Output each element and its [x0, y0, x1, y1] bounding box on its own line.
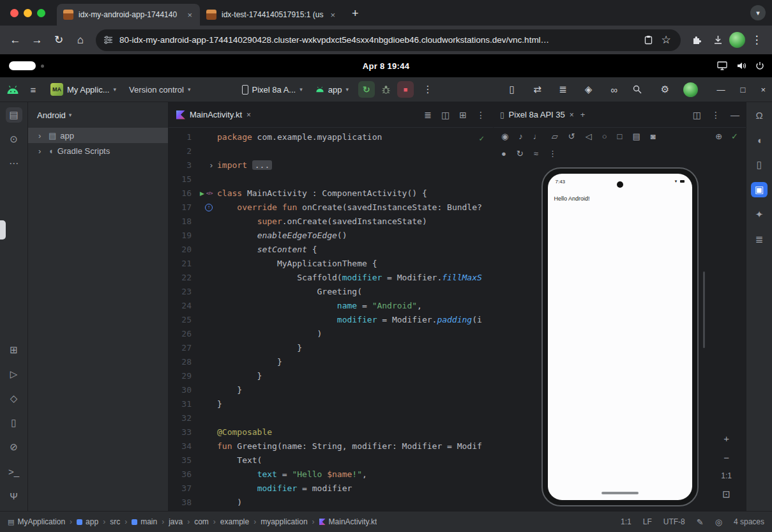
line-ending[interactable]: LF: [643, 517, 652, 526]
code-line[interactable]: 3›import ...: [169, 158, 493, 172]
fold-icon[interactable]: ▱: [552, 132, 558, 141]
breadcrumb-item[interactable]: ▤MyApplication: [8, 517, 65, 526]
gradle-icon[interactable]: ◖: [751, 132, 768, 148]
code-line[interactable]: 31}: [169, 397, 493, 411]
fold-chevron-icon[interactable]: ›: [210, 158, 213, 172]
browser-tab[interactable]: idx-test-1744140517915:1 (us ×: [200, 4, 343, 26]
vcs-selector[interactable]: Version control ▾: [126, 83, 194, 96]
nav-overview-icon[interactable]: □: [617, 132, 623, 141]
ide-profile-avatar[interactable]: [683, 82, 698, 97]
macos-close-button[interactable]: [10, 9, 19, 17]
zoom-out-icon[interactable]: −: [723, 452, 729, 463]
volume-down-icon[interactable]: ♩: [533, 132, 541, 141]
app-quality-insights-icon[interactable]: ◈: [581, 84, 596, 95]
code-line[interactable]: 24 name = "Android",: [169, 299, 493, 313]
indent-size[interactable]: 4 spaces: [734, 517, 764, 526]
problems-icon[interactable]: ⊘: [6, 439, 22, 455]
run-gutter-icon[interactable]: ▶: [200, 186, 204, 201]
editor-tab-close-icon[interactable]: ×: [246, 110, 251, 119]
display-icon[interactable]: [717, 61, 727, 70]
caret-position[interactable]: 1:1: [621, 517, 632, 526]
tab-search-button[interactable]: ▾: [750, 5, 766, 20]
code-line[interactable]: 30 }: [169, 383, 493, 397]
code-line[interactable]: 36 text = "Hello $name!",: [169, 467, 493, 482]
terminal-icon[interactable]: >_: [6, 464, 22, 479]
breadcrumb-item[interactable]: app: [77, 517, 98, 526]
tab-close-icon[interactable]: ×: [329, 10, 337, 20]
debug-button[interactable]: [381, 85, 391, 95]
power-icon[interactable]: [755, 61, 764, 70]
code-line[interactable]: 32: [169, 411, 493, 425]
reset-icon[interactable]: ↻: [517, 149, 524, 158]
zoom-mode-icon[interactable]: ⊕: [715, 132, 722, 141]
screen-record-icon[interactable]: ●: [501, 149, 506, 158]
project-view-selector[interactable]: Android ▾: [28, 102, 168, 128]
panel-options-icon[interactable]: ⋮: [711, 110, 720, 120]
rotate-icon[interactable]: ↺: [568, 132, 575, 141]
browser-tab[interactable]: idx-my-android-app-1744140 ×: [57, 4, 200, 26]
write-access-icon[interactable]: ✎: [697, 517, 704, 527]
device-explorer-icon[interactable]: ▯: [751, 157, 768, 172]
screenshot-icon[interactable]: ◙: [651, 132, 656, 141]
code-line[interactable]: 28 }: [169, 355, 493, 369]
extensions-icon[interactable]: [686, 30, 706, 50]
inspections-widget-icon[interactable]: ◎: [715, 517, 722, 527]
settings-icon[interactable]: ⚙: [658, 84, 673, 95]
code-line[interactable]: 35 Text(: [169, 453, 493, 467]
code-line[interactable]: 19 enableEdgeToEdge(): [169, 229, 493, 243]
bookmark-star-icon[interactable]: ☆: [659, 30, 673, 50]
version-control-icon[interactable]: Ψ: [6, 488, 22, 503]
more-tools-icon[interactable]: ⋯: [6, 156, 22, 171]
nav-home-icon[interactable]: ○: [602, 132, 607, 141]
add-device-button[interactable]: +: [580, 110, 586, 119]
stop-button[interactable]: ■: [397, 81, 414, 98]
device-tab-pixel8a[interactable]: ▯ Pixel 8a API 35 ×: [500, 110, 574, 119]
code-line[interactable]: 1package com.example.myapplication: [169, 130, 493, 144]
home-button[interactable]: ⌂: [70, 30, 91, 50]
hardware-input-icon[interactable]: ≈: [534, 149, 538, 158]
project-selector[interactable]: MA My Applic... ▾: [47, 81, 119, 98]
search-everywhere-icon[interactable]: [632, 84, 647, 95]
code-line[interactable]: 20 setContent {: [169, 243, 493, 257]
code-line[interactable]: 25 modifier = Modifier.padding(i: [169, 313, 493, 327]
code-line[interactable]: 18 super.onCreate(savedInstanceState): [169, 215, 493, 229]
browser-menu-icon[interactable]: ⋮: [746, 30, 767, 50]
code-line[interactable]: 15: [169, 172, 493, 186]
inspections-check-icon[interactable]: ✓: [479, 132, 484, 146]
code-line[interactable]: 17↑ override fun onCreate(savedInstanceS…: [169, 201, 493, 215]
panel-hide-icon[interactable]: —: [730, 110, 739, 120]
device-manager-icon[interactable]: ▯: [504, 84, 520, 95]
expand-chevron-icon[interactable]: ›: [38, 131, 45, 141]
panel-layout-icon[interactable]: ◫: [693, 110, 701, 120]
code-line[interactable]: 29 }: [169, 369, 493, 383]
breadcrumb-item[interactable]: main: [132, 517, 157, 526]
tab-close-icon[interactable]: ×: [186, 10, 193, 20]
breadcrumb-item[interactable]: com: [194, 517, 209, 526]
address-bar[interactable]: 80-idx-my-android-app-1744140290428.clus…: [96, 29, 681, 51]
tree-item-gradle-scripts[interactable]: › ◖ Gradle Scripts: [28, 143, 168, 158]
preview-gutter-icon[interactable]: </>: [206, 186, 213, 201]
vnc-control-handle[interactable]: [9, 61, 36, 70]
code-line[interactable]: 27 }: [169, 341, 493, 355]
copy-url-icon[interactable]: [644, 35, 653, 45]
breadcrumb-item[interactable]: src: [110, 517, 120, 526]
code-line[interactable]: 23 Greeting(: [169, 285, 493, 299]
gesture-pill[interactable]: [602, 492, 639, 494]
logcat-icon[interactable]: ≣: [556, 84, 571, 95]
code-line[interactable]: 2: [169, 144, 493, 158]
running-devices-icon[interactable]: ⇄: [530, 84, 545, 95]
project-tool-icon[interactable]: ▤: [6, 107, 22, 123]
code-line[interactable]: 34fun Greeting(name: String, modifier: M…: [169, 439, 493, 453]
tree-item-app[interactable]: › ▤ app: [28, 128, 168, 143]
more-icon[interactable]: ⋮: [549, 149, 557, 158]
macos-minimize-button[interactable]: [24, 9, 32, 17]
app-insights-icon[interactable]: ◇: [6, 391, 22, 406]
expand-chevron-icon[interactable]: ›: [38, 146, 45, 156]
code-line[interactable]: 37 modifier = modifier: [169, 482, 493, 496]
device-manager-icon[interactable]: ▯: [6, 415, 22, 430]
downloads-icon[interactable]: [708, 30, 728, 50]
forward-button[interactable]: →: [27, 30, 47, 50]
device-selector[interactable]: Pixel 8a A... ▾: [239, 83, 306, 96]
ready-check-icon[interactable]: ✓: [731, 132, 738, 141]
breadcrumb-item[interactable]: java: [169, 517, 183, 526]
